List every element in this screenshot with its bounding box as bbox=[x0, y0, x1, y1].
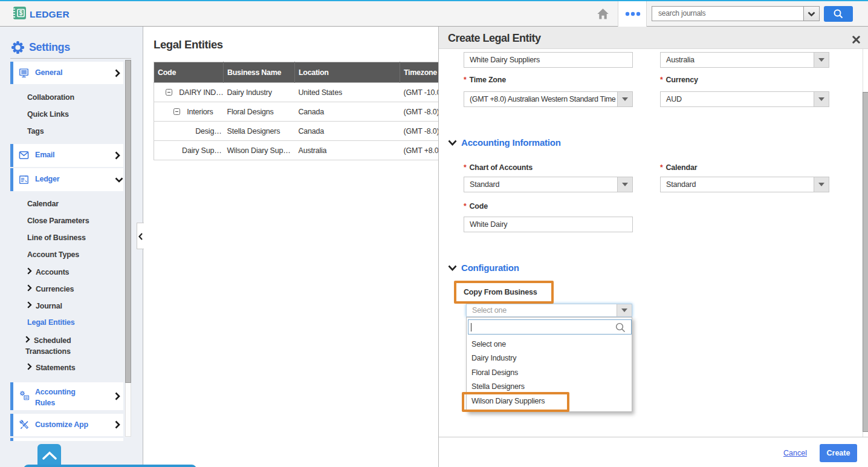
svg-text:$: $ bbox=[19, 10, 23, 16]
